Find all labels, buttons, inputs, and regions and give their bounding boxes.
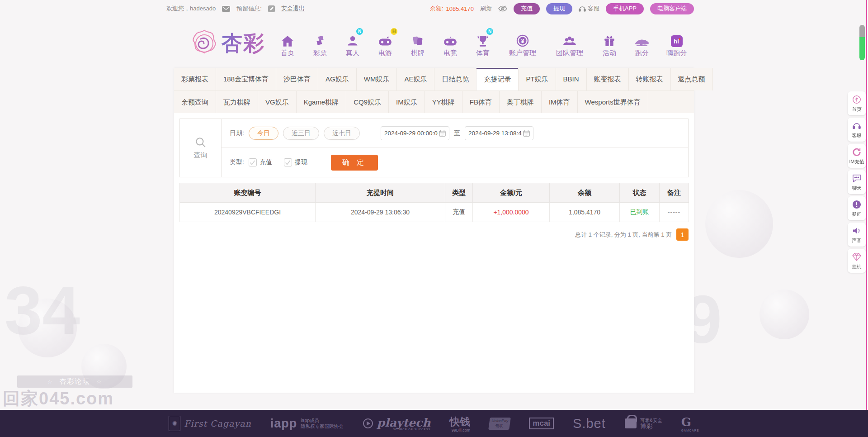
tab-cq9[interactable]: CQ9娱乐 [346, 91, 389, 113]
range-today-button[interactable]: 今日 [249, 127, 278, 140]
logo-text: 快钱 [449, 415, 470, 429]
brand-name: 杏彩 [222, 29, 265, 57]
sidebar-item-im-recharge[interactable]: IM充值 [848, 144, 866, 168]
tab-bbin[interactable]: BBIN [556, 68, 587, 90]
hi-app-icon: hi [661, 30, 692, 47]
tab-saba-sports[interactable]: 沙巴体育 [276, 68, 318, 90]
nav-item-hi-paofen[interactable]: hi 嗨跑分 [661, 30, 692, 57]
sidebar-item-home[interactable]: 首页 [848, 91, 866, 115]
nav-item-account[interactable]: ¥ 账户管理 [502, 30, 543, 57]
sidebar-item-question[interactable]: 疑问 [848, 196, 866, 220]
tab-ae[interactable]: AE娱乐 [397, 68, 434, 90]
tab-im-sports[interactable]: IM体育 [542, 91, 578, 113]
nav-item-team[interactable]: 团队管理 [549, 30, 590, 57]
cards-icon [405, 30, 431, 47]
watermark-site-text: 回家045.com [3, 387, 114, 410]
tab-vg[interactable]: VG娱乐 [258, 91, 297, 113]
col-account-change-id: 账变编号 [180, 183, 316, 203]
nav-item-paofen[interactable]: 跑分 [629, 30, 655, 57]
tab-transfer-report[interactable]: 转账报表 [629, 68, 671, 90]
type-deposit-option[interactable]: 充值 [249, 158, 272, 166]
tab-pt[interactable]: PT娱乐 [519, 68, 556, 90]
range-3days-button[interactable]: 近三日 [283, 127, 319, 140]
eye-off-icon[interactable] [498, 5, 507, 12]
date-from-field[interactable] [381, 126, 449, 140]
tab-wm[interactable]: WM娱乐 [357, 68, 397, 90]
home-icon [274, 30, 301, 47]
diamond-icon [848, 252, 865, 262]
tab-rebate-total[interactable]: 返点总额 [671, 68, 713, 90]
refresh-link[interactable]: 刷新 [480, 5, 492, 13]
watermark-banner-text: 杏彩论坛 [60, 377, 90, 386]
envelope-icon[interactable] [222, 6, 230, 12]
nav-item-live[interactable]: N 真人 [340, 30, 366, 57]
sidebar-item-sound[interactable]: 声音 [848, 223, 866, 247]
nav-item-lottery[interactable]: 彩票 [307, 30, 333, 57]
sidebar-item-label: 声音 [849, 238, 865, 244]
site-logo[interactable]: 杏彩 [190, 29, 265, 58]
logo-text: mcai [529, 418, 554, 429]
tab-kgame[interactable]: Kgame棋牌 [297, 91, 347, 113]
pagination-summary: 总计 1 个记录, 分为 1 页, 当前第 1 页 [575, 231, 672, 239]
query-fields: 日期: 今日 近三日 近七日 至 类型: [222, 119, 688, 177]
customer-service-label: 客服 [588, 5, 599, 13]
tab-deposit-withdraw-records[interactable]: 充提记录 [476, 68, 519, 90]
records-table: 账变编号 充提时间 类型 金额/元 余额 状态 备注 20240929VBCFI… [179, 183, 689, 222]
tab-188-sports[interactable]: 188金宝博体育 [216, 68, 276, 90]
edit-icon[interactable] [268, 5, 275, 12]
withdraw-button[interactable]: 提现 [546, 3, 572, 14]
tab-fb-sports[interactable]: FB体育 [462, 91, 500, 113]
date-to-field[interactable] [465, 126, 533, 140]
tab-wesports[interactable]: Wesports世界体育 [578, 91, 648, 113]
sidebar-item-chat[interactable]: 聊天 [848, 170, 866, 194]
nav-label: 电竞 [437, 49, 463, 57]
headset-icon [848, 121, 865, 131]
cell-amount: +1,000.0000 [473, 203, 550, 222]
nav-item-home[interactable]: 首页 [274, 30, 301, 57]
floating-sidebar: 首页 客服 IM充值 聊天 疑问 声音 挂机 [848, 91, 866, 273]
customer-service-link[interactable]: 客服 [579, 5, 599, 13]
range-7days-button[interactable]: 近七日 [324, 127, 360, 140]
watermark-banner: ☆ 杏彩论坛 ☆ [17, 375, 132, 388]
nav-item-cards[interactable]: 棋牌 [405, 30, 431, 57]
sidebar-item-afk[interactable]: 挂机 [848, 249, 866, 273]
tab-im-entertainment[interactable]: IM娱乐 [389, 91, 425, 113]
logout-link[interactable]: 安全退出 [281, 5, 305, 13]
deposit-button[interactable]: 充值 [514, 3, 540, 14]
team-icon [549, 30, 590, 47]
tab-aoding-cards[interactable]: 奥丁棋牌 [500, 91, 542, 113]
sidebar-item-service[interactable]: 客服 [848, 118, 866, 142]
tab-balance-query[interactable]: 余额查询 [174, 91, 216, 113]
date-row: 日期: 今日 近三日 近七日 至 [222, 119, 688, 148]
deposit-checkbox[interactable] [249, 158, 257, 166]
mobile-app-button[interactable]: 手机APP [606, 3, 644, 14]
confirm-button[interactable]: 确 定 [331, 155, 378, 171]
nav-item-slots[interactable]: H 电游 [372, 30, 398, 57]
tab-wali-cards[interactable]: 瓦力棋牌 [216, 91, 258, 113]
site-header: 杏彩 首页 彩票 N 真人 H 电游 棋牌 电竞 N [190, 21, 696, 66]
tab-yy-cards[interactable]: YY棋牌 [425, 91, 462, 113]
pc-client-button[interactable]: 电脑客户端 [650, 3, 694, 14]
type-withdraw-option[interactable]: 提现 [284, 158, 307, 166]
nav-item-promotions[interactable]: 活动 [596, 30, 623, 57]
nav-item-esports[interactable]: 电竞 [437, 30, 463, 57]
date-from-input[interactable] [384, 130, 438, 137]
logo-text: 银联 [495, 423, 504, 429]
logo-subtext: iapp成员 [301, 418, 344, 423]
scrollbar-thumb[interactable] [859, 25, 865, 60]
tab-lottery-report[interactable]: 彩票报表 [174, 68, 216, 90]
withdraw-checkbox[interactable] [284, 158, 292, 166]
tab-daily-summary[interactable]: 日结总览 [434, 68, 476, 90]
gift-icon [596, 30, 623, 47]
logo-text: playtech [377, 416, 431, 429]
table-header-row: 账变编号 充提时间 类型 金额/元 余额 状态 备注 [180, 183, 689, 203]
nav-item-sports[interactable]: N 体育 [470, 30, 496, 57]
lottery-icon [307, 30, 333, 47]
logo-gamcare: G GAMCARE [681, 415, 699, 432]
date-to-input[interactable] [468, 130, 522, 137]
tab-account-change-report[interactable]: 账变报表 [587, 68, 629, 90]
star-icon: ☆ [97, 379, 103, 385]
page-1-button[interactable]: 1 [676, 228, 689, 241]
tab-ag[interactable]: AG娱乐 [318, 68, 357, 90]
col-status: 状态 [620, 183, 660, 203]
